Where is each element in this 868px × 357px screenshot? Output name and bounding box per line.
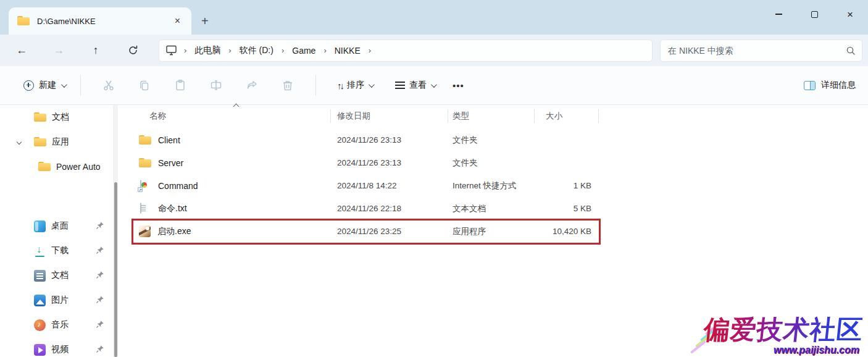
explorer-body: 文档 应用 Power Auto 桌面 下载 — [0, 105, 868, 357]
sidebar-item-label: 文档 — [52, 112, 69, 123]
sidebar-item-label: 音乐 — [51, 319, 69, 330]
toolbar-divider — [315, 75, 316, 96]
up-button[interactable]: ↑ — [85, 40, 107, 61]
breadcrumb-drive-d[interactable]: 软件 (D:) — [237, 43, 276, 58]
file-row-command[interactable]: ↗ Command 2024/11/8 14:22 Internet 快捷方式 … — [118, 174, 868, 197]
folder-icon — [139, 135, 151, 145]
navigation-pane: 文档 应用 Power Auto 桌面 下载 — [0, 105, 113, 357]
explorer-tab[interactable]: D:\Game\NIKKE × — [9, 7, 191, 35]
file-type: 应用程序 — [448, 226, 535, 237]
refresh-button[interactable] — [122, 40, 144, 61]
sort-button[interactable]: ↑↓ 排序 — [332, 76, 378, 94]
sidebar-item-documents[interactable]: 文档 — [0, 268, 113, 283]
new-button[interactable]: 新建 — [19, 76, 70, 94]
column-header-size[interactable]: 大小 — [535, 109, 599, 123]
column-header-type[interactable]: 类型 — [448, 109, 535, 123]
chevron-down-icon — [431, 82, 437, 88]
address-bar[interactable]: › 此电脑 › 软件 (D:) › Game › NIKKE › — [159, 40, 653, 62]
file-list: 名称 修改日期 类型 大小 Client 2024/11/26 23:13 文件… — [118, 105, 868, 357]
pin-icon — [96, 246, 104, 254]
delete-button[interactable] — [277, 74, 299, 96]
search-input[interactable] — [668, 46, 846, 56]
sidebar-item-label: 图片 — [51, 295, 69, 306]
file-rows: Client 2024/11/26 23:13 文件夹 Server 2024/… — [118, 128, 868, 243]
titlebar: D:\Game\NIKKE × + × — [0, 0, 868, 35]
text-file-icon — [139, 203, 151, 214]
file-name: 命令.txt — [158, 203, 187, 214]
download-icon — [34, 245, 46, 257]
chevron-expanded-icon[interactable] — [17, 140, 22, 145]
breadcrumb-chevron-icon: › — [228, 46, 231, 55]
minimize-icon — [775, 14, 782, 14]
share-button[interactable] — [241, 74, 263, 96]
exe-icon — [139, 225, 151, 237]
column-header-name[interactable]: 名称 — [118, 109, 331, 123]
paste-button[interactable] — [169, 74, 191, 96]
sidebar-item-label: 文档 — [51, 270, 69, 281]
close-button[interactable]: × — [832, 0, 868, 28]
back-button[interactable]: ← — [10, 40, 33, 61]
desktop-icon — [34, 220, 46, 232]
rename-button[interactable] — [205, 74, 227, 96]
sidebar-item-videos[interactable]: 视频 — [0, 342, 113, 357]
sidebar-item-label: 桌面 — [51, 220, 69, 232]
forward-button[interactable]: → — [48, 40, 70, 61]
more-options-button[interactable]: ••• — [446, 77, 470, 94]
breadcrumb-nikke[interactable]: NIKKE — [332, 44, 363, 57]
file-name: 启动.exe — [157, 226, 191, 237]
column-header-date[interactable]: 修改日期 — [331, 109, 448, 123]
rename-icon — [210, 79, 222, 91]
tab-close-icon[interactable]: × — [171, 14, 184, 28]
sidebar-item-label: 下载 — [51, 245, 69, 256]
breadcrumb-chevron-icon: › — [369, 46, 371, 55]
copy-button[interactable] — [133, 74, 156, 96]
file-explorer-window: D:\Game\NIKKE × + × ← → ↑ › — [0, 0, 868, 357]
sidebar-item-power-auto[interactable]: Power Auto — [0, 159, 113, 174]
breadcrumb-chevron-icon: › — [184, 46, 186, 55]
sidebar-item-label: 视频 — [51, 344, 69, 355]
file-row-server[interactable]: Server 2024/11/26 23:13 文件夹 — [118, 151, 868, 174]
search-icon — [846, 46, 856, 56]
sidebar-item-documents-tree[interactable]: 文档 — [0, 110, 113, 125]
details-pane-button[interactable]: 详细信息 — [804, 80, 856, 91]
new-tab-button[interactable]: + — [201, 14, 209, 28]
chevron-down-icon — [369, 82, 375, 88]
tab-title: D:\Game\NIKKE — [37, 17, 171, 26]
details-pane-label: 详细信息 — [821, 80, 856, 91]
file-type: Internet 快捷方式 — [448, 180, 535, 191]
breadcrumb-this-pc[interactable]: 此电脑 — [192, 43, 223, 58]
file-row-qidong-exe[interactable]: 启动.exe 2024/11/26 23:25 应用程序 10,420 KB — [118, 220, 868, 243]
copy-icon — [138, 79, 151, 91]
toolbar-divider — [80, 75, 81, 96]
sidebar-item-apps-tree[interactable]: 应用 — [0, 135, 113, 149]
sidebar-item-pictures[interactable]: 图片 — [0, 293, 113, 308]
scrollbar-thumb[interactable] — [114, 182, 117, 357]
file-row-client[interactable]: Client 2024/11/26 23:13 文件夹 — [118, 128, 868, 151]
minimize-button[interactable] — [761, 0, 796, 28]
sidebar-item-downloads[interactable]: 下载 — [0, 243, 113, 258]
window-controls: × — [761, 0, 868, 28]
paste-icon — [174, 79, 186, 91]
music-icon — [34, 319, 46, 331]
sidebar-scrollbar[interactable] — [113, 105, 118, 357]
sidebar-item-desktop[interactable]: 桌面 — [0, 219, 113, 233]
file-date: 2024/11/26 23:13 — [331, 135, 448, 145]
cut-button[interactable] — [98, 74, 120, 96]
file-row-mingling-txt[interactable]: 命令.txt 2024/11/26 22:18 文本文档 5 KB — [118, 197, 868, 220]
file-type: 文件夹 — [448, 158, 535, 169]
close-icon: × — [847, 9, 853, 20]
breadcrumb-game[interactable]: Game — [290, 44, 318, 57]
file-type: 文件夹 — [448, 135, 535, 146]
view-button[interactable]: 查看 — [390, 76, 441, 94]
search-box[interactable] — [660, 40, 862, 62]
new-button-label: 新建 — [39, 80, 56, 91]
column-headers: 名称 修改日期 类型 大小 — [118, 106, 868, 126]
sidebar-item-music[interactable]: 音乐 — [0, 317, 113, 332]
file-size: 5 KB — [535, 204, 599, 213]
videos-icon — [34, 344, 46, 356]
maximize-button[interactable] — [796, 0, 832, 28]
view-icon — [395, 82, 405, 89]
refresh-icon — [128, 45, 138, 56]
sidebar-item-label: 应用 — [52, 136, 69, 148]
navigation-bar: ← → ↑ › 此电脑 › 软件 (D:) › Game › NIK — [0, 35, 868, 66]
